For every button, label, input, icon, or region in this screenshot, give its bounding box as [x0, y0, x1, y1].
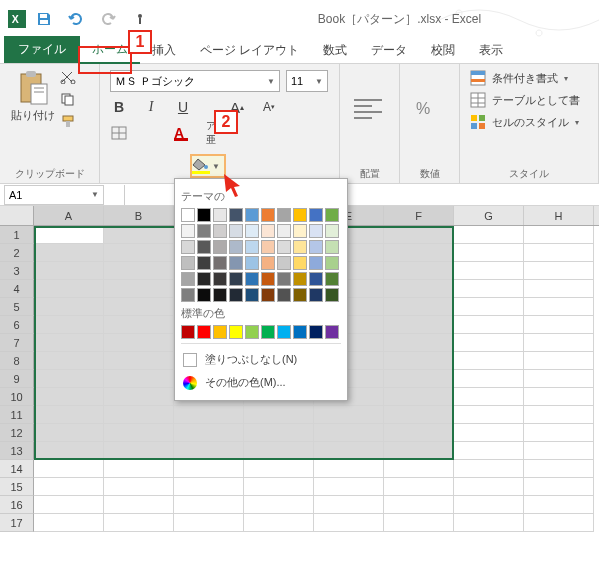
color-swatch[interactable] [293, 240, 307, 254]
cell[interactable] [34, 244, 104, 262]
color-swatch[interactable] [229, 288, 243, 302]
copy-icon[interactable] [60, 92, 76, 106]
more-colors-item[interactable]: その他の色(M)... [181, 371, 341, 394]
cell[interactable] [34, 460, 104, 478]
color-swatch[interactable] [245, 272, 259, 286]
color-swatch[interactable] [325, 240, 339, 254]
cell[interactable] [454, 478, 524, 496]
cell[interactable] [34, 442, 104, 460]
cell[interactable] [384, 352, 454, 370]
save-icon[interactable] [36, 11, 52, 27]
color-swatch[interactable] [245, 240, 259, 254]
col-header-A[interactable]: A [34, 206, 104, 225]
color-swatch[interactable] [229, 256, 243, 270]
color-swatch[interactable] [261, 325, 275, 339]
cell[interactable] [454, 406, 524, 424]
color-swatch[interactable] [261, 272, 275, 286]
cell[interactable] [524, 280, 594, 298]
cell[interactable] [104, 370, 174, 388]
cell[interactable] [244, 496, 314, 514]
fill-color-button[interactable]: ▼ [190, 154, 226, 178]
color-swatch[interactable] [277, 325, 291, 339]
tab-data[interactable]: データ [359, 38, 419, 63]
cell[interactable] [174, 424, 244, 442]
cell[interactable] [454, 352, 524, 370]
paste-button[interactable]: 貼り付け [10, 70, 56, 128]
italic-button[interactable]: I [142, 98, 160, 116]
cell[interactable] [34, 406, 104, 424]
col-header-G[interactable]: G [454, 206, 524, 225]
cell[interactable] [314, 460, 384, 478]
cell[interactable] [454, 262, 524, 280]
fill-color-button-placeholder[interactable] [142, 125, 160, 141]
color-swatch[interactable] [181, 288, 195, 302]
cell[interactable] [34, 262, 104, 280]
row-header[interactable]: 4 [0, 280, 34, 298]
color-swatch[interactable] [309, 240, 323, 254]
color-swatch[interactable] [261, 288, 275, 302]
cell[interactable] [454, 442, 524, 460]
color-swatch[interactable] [229, 272, 243, 286]
cell[interactable] [524, 370, 594, 388]
cell[interactable] [104, 388, 174, 406]
row-header[interactable]: 12 [0, 424, 34, 442]
tab-file[interactable]: ファイル [4, 36, 80, 63]
row-header[interactable]: 8 [0, 352, 34, 370]
cell[interactable] [34, 316, 104, 334]
cell[interactable] [454, 388, 524, 406]
color-swatch[interactable] [325, 325, 339, 339]
undo-icon[interactable] [68, 11, 84, 27]
cell[interactable] [34, 370, 104, 388]
cell[interactable] [104, 442, 174, 460]
format-as-table-button[interactable]: テーブルとして書 [470, 92, 588, 108]
cell[interactable] [454, 298, 524, 316]
cell[interactable] [454, 244, 524, 262]
color-swatch[interactable] [277, 256, 291, 270]
cell[interactable] [244, 514, 314, 532]
cell[interactable] [384, 478, 454, 496]
color-swatch[interactable] [277, 240, 291, 254]
cell[interactable] [384, 262, 454, 280]
cell[interactable] [314, 424, 384, 442]
cell[interactable] [34, 352, 104, 370]
cell[interactable] [104, 514, 174, 532]
font-size-combo[interactable]: 11▼ [286, 70, 328, 92]
cell[interactable] [244, 460, 314, 478]
color-swatch[interactable] [181, 325, 195, 339]
cell[interactable] [384, 406, 454, 424]
cell[interactable] [454, 496, 524, 514]
color-swatch[interactable] [213, 208, 227, 222]
cell-styles-button[interactable]: セルのスタイル▾ [470, 114, 588, 130]
cell[interactable] [454, 370, 524, 388]
row-header[interactable]: 15 [0, 478, 34, 496]
cell[interactable] [524, 298, 594, 316]
cell[interactable] [104, 352, 174, 370]
color-swatch[interactable] [325, 272, 339, 286]
cell[interactable] [314, 442, 384, 460]
cell[interactable] [174, 442, 244, 460]
color-swatch[interactable] [181, 208, 195, 222]
cell[interactable] [244, 442, 314, 460]
cell[interactable] [524, 262, 594, 280]
color-swatch[interactable] [293, 256, 307, 270]
cell[interactable] [524, 478, 594, 496]
color-swatch[interactable] [197, 325, 211, 339]
cell[interactable] [104, 226, 174, 244]
cell[interactable] [104, 280, 174, 298]
cell[interactable] [524, 460, 594, 478]
cell[interactable] [454, 334, 524, 352]
color-swatch[interactable] [293, 288, 307, 302]
color-swatch[interactable] [293, 208, 307, 222]
color-swatch[interactable] [277, 224, 291, 238]
color-swatch[interactable] [325, 224, 339, 238]
color-swatch[interactable] [229, 240, 243, 254]
cell[interactable] [384, 496, 454, 514]
color-swatch[interactable] [277, 272, 291, 286]
color-swatch[interactable] [197, 240, 211, 254]
cell[interactable] [104, 262, 174, 280]
color-swatch[interactable] [277, 208, 291, 222]
color-swatch[interactable] [309, 288, 323, 302]
color-swatch[interactable] [213, 224, 227, 238]
cell[interactable] [314, 406, 384, 424]
color-swatch[interactable] [261, 256, 275, 270]
